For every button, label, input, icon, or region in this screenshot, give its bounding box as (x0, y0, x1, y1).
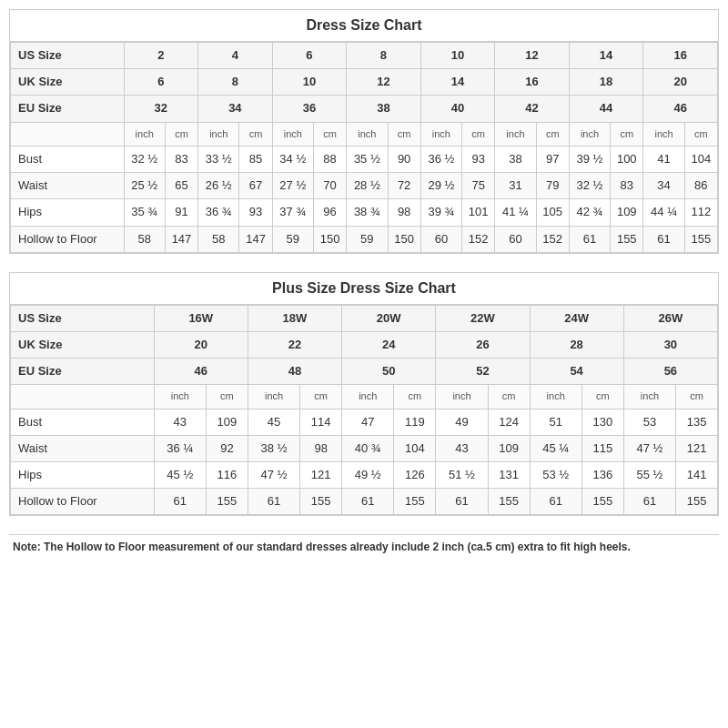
bust-val-7: 90 (388, 146, 420, 172)
unit-inch-2: inch (198, 122, 239, 146)
plus-eu-size-row: EU Size 46 48 50 52 54 56 (11, 359, 718, 385)
hollow-floor-row: Hollow to Floor 58 147 58 147 59 150 59 … (11, 226, 718, 252)
plus-unit-inch-5: inch (530, 385, 581, 409)
plus-unit-cm-5: cm (581, 385, 623, 409)
bust-val-3: 85 (239, 146, 272, 172)
plus-eu-48: 48 (248, 359, 341, 385)
bust-val-14: 41 (643, 146, 684, 172)
plus-unit-inch-6: inch (623, 385, 675, 409)
waist-row: Waist 25 ½ 65 26 ½ 67 27 ½ 70 28 ½ 72 29… (11, 173, 718, 199)
plus-us-size-label: US Size (11, 305, 155, 331)
plus-unit-cm-4: cm (488, 385, 530, 409)
plus-uk-20: 20 (154, 331, 248, 358)
hollow-floor-label: Hollow to Floor (11, 226, 125, 252)
chart1-title: Dress Size Chart (10, 10, 718, 42)
plus-uk-28: 28 (530, 331, 623, 358)
plus-unit-cm-1: cm (207, 385, 248, 409)
plus-unit-header-row: inch cm inch cm inch cm inch cm inch cm … (11, 385, 718, 409)
uk-size-8: 8 (198, 69, 273, 96)
unit-header-row: inch cm inch cm inch cm inch cm inch cm … (11, 122, 718, 146)
unit-cm-2: cm (239, 122, 272, 146)
hips-row: Hips 35 ¾ 91 36 ¾ 93 37 ¾ 96 38 ¾ 98 39 … (11, 199, 718, 226)
plus-eu-52: 52 (436, 359, 530, 385)
plus-us-size-row: US Size 16W 18W 20W 22W 24W 26W (11, 305, 718, 331)
bust-val-1: 83 (165, 146, 197, 172)
us-size-6: 6 (272, 43, 347, 69)
eu-size-row: EU Size 32 34 36 38 40 42 44 46 (11, 96, 718, 122)
bust-val-10: 38 (495, 146, 536, 172)
us-size-10: 10 (420, 43, 495, 69)
bust-val-2: 33 ½ (198, 146, 239, 172)
plus-unit-cm-3: cm (394, 385, 436, 409)
bust-val-13: 100 (611, 146, 643, 172)
note-label: Note: (13, 541, 41, 553)
unit-inch-4: inch (347, 122, 388, 146)
uk-size-20: 20 (643, 69, 718, 96)
plus-bust-row: Bust 43 109 45 114 47 119 49 124 51 130 … (11, 409, 718, 435)
us-size-16: 16 (643, 43, 718, 69)
bust-val-12: 39 ½ (569, 146, 610, 172)
bust-val-15: 104 (684, 146, 717, 172)
plus-us-16w: 16W (154, 305, 248, 331)
unit-inch-8: inch (643, 122, 684, 146)
unit-cm-4: cm (388, 122, 420, 146)
bust-val-8: 36 ½ (420, 146, 461, 172)
hips-label: Hips (11, 199, 125, 226)
unit-cm-1: cm (165, 122, 197, 146)
uk-size-label: UK Size (11, 69, 125, 96)
bust-val-5: 88 (313, 146, 346, 172)
bust-val-9: 93 (462, 146, 495, 172)
unit-inch-5: inch (420, 122, 461, 146)
plus-us-20w: 20W (342, 305, 436, 331)
chart2-table: US Size 16W 18W 20W 22W 24W 26W UK Size … (10, 305, 718, 516)
uk-size-16: 16 (495, 69, 570, 96)
uk-size-row: UK Size 6 8 10 12 14 16 18 20 (11, 69, 718, 96)
plus-size-dress-chart: Plus Size Dress Size Chart US Size 16W 1… (9, 272, 719, 517)
plus-uk-size-row: UK Size 20 22 24 26 28 30 (11, 331, 718, 358)
us-size-row: US Size 2 4 6 8 10 12 14 16 (11, 43, 718, 69)
plus-eu-56: 56 (623, 359, 717, 385)
eu-size-32: 32 (124, 96, 198, 122)
unit-cm-5: cm (462, 122, 495, 146)
uk-size-14: 14 (420, 69, 495, 96)
unit-inch-3: inch (272, 122, 313, 146)
us-size-12: 12 (495, 43, 570, 69)
eu-size-40: 40 (420, 96, 495, 122)
bust-val-6: 35 ½ (347, 146, 388, 172)
us-size-14: 14 (569, 43, 643, 69)
us-size-8: 8 (347, 43, 421, 69)
plus-us-26w: 26W (623, 305, 717, 331)
waist-label: Waist (11, 173, 125, 199)
plus-hips-row: Hips 45 ½ 116 47 ½ 121 49 ½ 126 51 ½ 131… (11, 462, 718, 489)
eu-size-44: 44 (569, 96, 643, 122)
plus-us-18w: 18W (248, 305, 341, 331)
unit-cm-7: cm (611, 122, 643, 146)
plus-unit-inch-2: inch (248, 385, 299, 409)
bust-val-4: 34 ½ (272, 146, 313, 172)
plus-unit-cm-2: cm (300, 385, 342, 409)
bust-row: Bust 32 ½ 83 33 ½ 85 34 ½ 88 35 ½ 90 36 … (11, 146, 718, 172)
eu-size-36: 36 (272, 96, 347, 122)
plus-uk-size-label: UK Size (11, 331, 155, 358)
plus-hollow-floor-row: Hollow to Floor 61 155 61 155 61 155 61 … (11, 489, 718, 515)
plus-us-22w: 22W (436, 305, 530, 331)
eu-size-42: 42 (495, 96, 570, 122)
us-size-2: 2 (124, 43, 198, 69)
bust-label: Bust (11, 146, 125, 172)
plus-unit-cm-6: cm (676, 385, 718, 409)
note-text: The Hollow to Floor measurement of our s… (41, 541, 631, 553)
uk-size-12: 12 (347, 69, 421, 96)
unit-cm-6: cm (536, 122, 569, 146)
plus-us-24w: 24W (530, 305, 623, 331)
plus-eu-size-label: EU Size (11, 359, 155, 385)
bust-val-0: 32 ½ (124, 146, 165, 172)
unit-cm-8: cm (684, 122, 717, 146)
chart2-title: Plus Size Dress Size Chart (10, 273, 718, 305)
unit-cm-3: cm (313, 122, 346, 146)
us-size-label: US Size (11, 43, 125, 69)
unit-inch-6: inch (495, 122, 536, 146)
uk-size-18: 18 (569, 69, 643, 96)
dress-size-chart: Dress Size Chart US Size 2 4 6 8 10 12 1… (9, 9, 719, 254)
plus-hips-label: Hips (11, 462, 155, 489)
eu-size-46: 46 (643, 96, 718, 122)
